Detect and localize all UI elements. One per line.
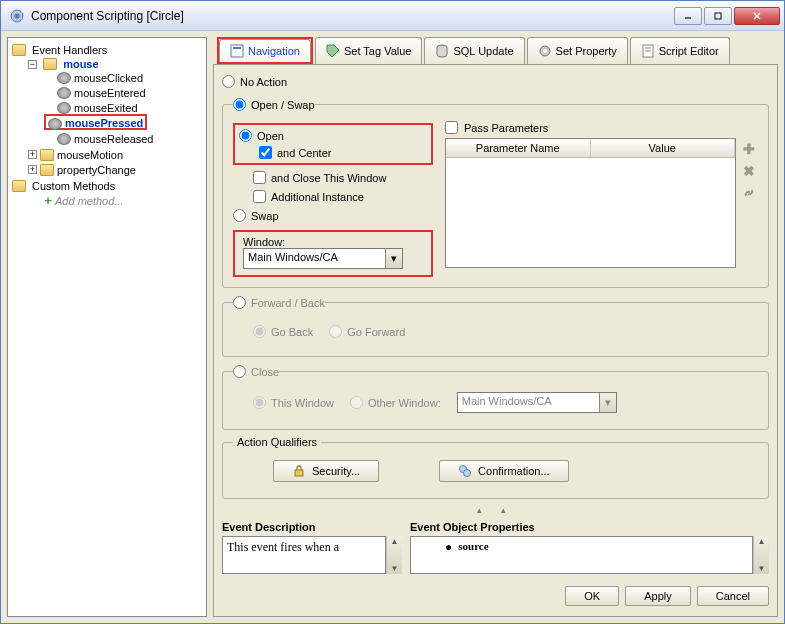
tab-set-tag-value[interactable]: Set Tag Value	[315, 37, 422, 64]
window-title: Component Scripting [Circle]	[31, 9, 674, 23]
folder-icon	[40, 149, 54, 161]
parameters-table[interactable]: Parameter Name Value	[445, 138, 736, 268]
collapse-icon[interactable]: −	[28, 60, 37, 69]
folder-icon	[40, 164, 54, 176]
event-icon	[57, 102, 71, 114]
event-object-props-label: Event Object Properties	[410, 521, 769, 536]
forward-back-group: Forward / Back Go Back Go Forward	[222, 294, 769, 357]
close-radio[interactable]: Close	[233, 363, 279, 380]
maximize-button[interactable]	[704, 7, 732, 25]
close-group: Close This Window Other Window: Main Win…	[222, 363, 769, 430]
other-window-radio: Other Window:	[350, 394, 441, 411]
svg-point-1	[15, 13, 20, 18]
other-window-combo: Main Windows/CA ▾	[457, 392, 617, 413]
no-action-radio[interactable]: No Action	[222, 73, 769, 90]
svg-rect-14	[295, 470, 303, 476]
tab-bar: Navigation Set Tag Value SQL Update Set …	[213, 37, 778, 64]
script-icon	[641, 44, 655, 58]
navigation-panel: No Action Open / Swap Open and Center an…	[213, 64, 778, 617]
open-swap-group: Open / Swap Open and Center and Close Th…	[222, 96, 769, 288]
go-forward-radio: Go Forward	[329, 323, 405, 340]
link-param-button[interactable]	[740, 184, 758, 202]
param-name-header: Parameter Name	[446, 139, 591, 157]
svg-rect-6	[231, 45, 243, 57]
expand-icon[interactable]: +	[28, 150, 37, 159]
tab-navigation[interactable]: Navigation	[219, 39, 311, 62]
event-icon	[57, 72, 71, 84]
app-icon	[9, 8, 25, 24]
forward-back-radio[interactable]: Forward / Back	[233, 294, 325, 311]
remove-param-button[interactable]: ✖	[740, 162, 758, 180]
chevron-down-icon[interactable]: ▾	[385, 249, 402, 268]
event-description-text: This event fires when a	[222, 536, 386, 574]
expand-icon[interactable]: +	[28, 165, 37, 174]
splitter-handle[interactable]: ▴ ▴	[222, 505, 769, 515]
chevron-down-icon: ▾	[599, 393, 616, 412]
tree-mouse-entered[interactable]: mouseEntered	[44, 85, 204, 100]
window-combo[interactable]: Main Windows/CA ▾	[243, 248, 403, 269]
titlebar[interactable]: Component Scripting [Circle]	[1, 1, 784, 31]
tree-event-handlers[interactable]: Event Handlers − mouse mouseClicked mous…	[12, 42, 204, 178]
gear-icon	[538, 44, 552, 58]
close-this-window-checkbox[interactable]: and Close This Window	[233, 169, 433, 186]
tree-add-method[interactable]: +Add method...	[28, 192, 204, 209]
confirmation-button[interactable]: Confirmation...	[439, 460, 569, 482]
minimize-button[interactable]	[674, 7, 702, 25]
tree-mouse[interactable]: − mouse mouseClicked mouseEntered mouseE…	[28, 56, 204, 147]
svg-rect-7	[233, 47, 241, 49]
svg-rect-3	[715, 13, 721, 19]
folder-icon	[43, 58, 57, 70]
event-icon	[48, 118, 62, 130]
scrollbar[interactable]: ▲▼	[386, 536, 402, 574]
additional-instance-checkbox[interactable]: Additional Instance	[233, 188, 433, 205]
tab-sql-update[interactable]: SQL Update	[424, 37, 524, 64]
apply-button[interactable]: Apply	[625, 586, 691, 606]
tree-custom-methods[interactable]: Custom Methods +Add method...	[12, 178, 204, 210]
ok-button[interactable]: OK	[565, 586, 619, 606]
window-label: Window:	[243, 236, 423, 248]
param-value-header: Value	[591, 139, 736, 157]
action-qualifiers-group: Action Qualifiers Security... Confirmati…	[222, 436, 769, 499]
tab-script-editor[interactable]: Script Editor	[630, 37, 730, 64]
tag-icon	[326, 44, 340, 58]
svg-point-10	[543, 49, 547, 53]
svg-point-16	[464, 470, 471, 477]
cancel-button[interactable]: Cancel	[697, 586, 769, 606]
pass-parameters-checkbox[interactable]: Pass Parameters	[445, 119, 758, 138]
tree-panel: Event Handlers − mouse mouseClicked mous…	[7, 37, 207, 617]
security-button[interactable]: Security...	[273, 460, 379, 482]
scrollbar[interactable]: ▲▼	[753, 536, 769, 574]
add-icon: +	[41, 193, 55, 208]
tree-property-change[interactable]: +propertyChange	[28, 162, 204, 177]
database-icon	[435, 44, 449, 58]
tree-mouse-motion[interactable]: +mouseMotion	[28, 147, 204, 162]
go-back-radio: Go Back	[253, 323, 313, 340]
tab-set-property[interactable]: Set Property	[527, 37, 628, 64]
folder-icon	[12, 180, 26, 192]
event-icon	[57, 87, 71, 99]
action-qualifiers-label: Action Qualifiers	[233, 436, 321, 448]
event-icon	[57, 133, 71, 145]
this-window-radio: This Window	[253, 394, 334, 411]
confirm-icon	[458, 464, 472, 478]
tree-mouse-clicked[interactable]: mouseClicked	[44, 70, 204, 85]
lock-icon	[292, 464, 306, 478]
close-button[interactable]	[734, 7, 780, 25]
event-object-props-list[interactable]: ●source	[410, 536, 753, 574]
folder-icon	[12, 44, 26, 56]
open-swap-radio[interactable]: Open / Swap	[233, 96, 315, 113]
event-description-label: Event Description	[222, 521, 402, 536]
open-radio[interactable]: Open	[239, 127, 427, 144]
tree-mouse-released[interactable]: mouseReleased	[44, 131, 204, 146]
tree-mouse-exited[interactable]: mouseExited	[44, 100, 204, 115]
tree-mouse-pressed[interactable]: mousePressed	[44, 115, 204, 130]
and-center-checkbox[interactable]: and Center	[239, 144, 427, 161]
add-param-button[interactable]: ✚	[740, 140, 758, 158]
window: Component Scripting [Circle] Event Handl…	[0, 0, 785, 624]
navigation-icon	[230, 44, 244, 58]
swap-radio[interactable]: Swap	[233, 207, 433, 224]
